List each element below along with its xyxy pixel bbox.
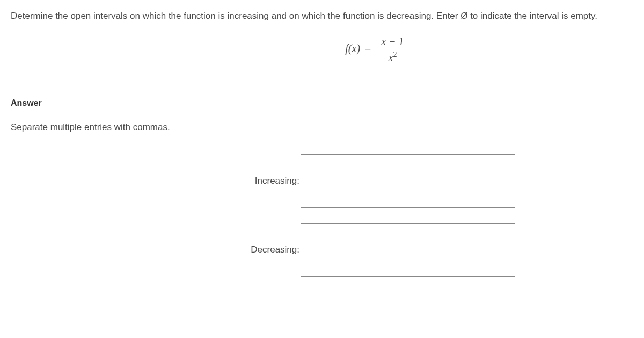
formula-equals: = — [365, 42, 371, 54]
decreasing-label: Decreasing: — [11, 244, 301, 255]
formula-fraction: x − 1 x2 — [379, 35, 406, 64]
formula-denominator: x2 — [379, 49, 406, 64]
increasing-label: Increasing: — [11, 176, 301, 186]
answer-heading: Answer — [11, 98, 633, 108]
formula-lhs: f(x) — [345, 42, 360, 54]
decreasing-input[interactable] — [301, 223, 515, 277]
answer-instructions: Separate multiple entries with commas. — [11, 122, 633, 133]
section-divider — [11, 85, 633, 85]
formula-numerator: x − 1 — [379, 35, 406, 49]
answer-area: Increasing: Decreasing: — [11, 154, 633, 277]
formula-display: f(x) = x − 1 x2 — [11, 35, 633, 64]
increasing-row: Increasing: — [11, 154, 633, 208]
question-prompt: Determine the open intervals on which th… — [11, 10, 633, 23]
formula-den-exp: 2 — [393, 51, 397, 59]
increasing-input[interactable] — [301, 154, 515, 208]
decreasing-row: Decreasing: — [11, 223, 633, 277]
